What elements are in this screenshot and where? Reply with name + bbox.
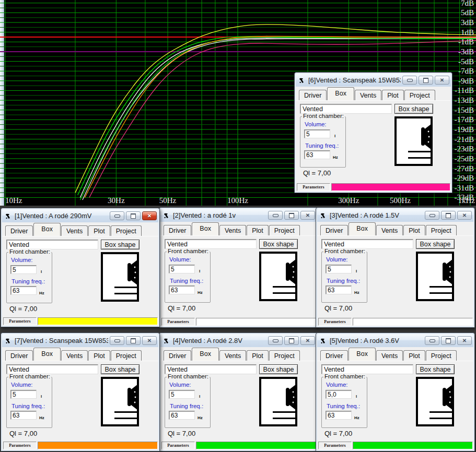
box-shape-button[interactable]: Box shape [101, 240, 140, 249]
tab-plot[interactable]: Plot [88, 350, 110, 361]
restore-button[interactable] [126, 336, 141, 345]
tab-box[interactable]: Box [192, 222, 219, 235]
restore-button[interactable] [441, 336, 456, 345]
window-titlebar[interactable]: [1]Vented : A rodé 290mV ✕ [2, 209, 158, 222]
tab-project[interactable]: Project [111, 225, 142, 236]
tuning-freq-input[interactable] [10, 286, 37, 295]
tab-vents[interactable]: Vents [376, 350, 403, 361]
close-button[interactable]: ✕ [457, 211, 472, 220]
volume-input[interactable] [169, 390, 195, 399]
box-shape-button[interactable]: Box shape [416, 364, 455, 374]
box-shape-button[interactable]: Box shape [259, 239, 298, 249]
tuning-freq-unit: Hz [198, 290, 203, 295]
tab-project[interactable]: Project [426, 225, 457, 235]
box-shape-button[interactable]: Box shape [394, 104, 433, 114]
minimize-button[interactable] [425, 336, 439, 345]
tab-vents[interactable]: Vents [219, 225, 246, 235]
box-cross-section-image [416, 377, 454, 429]
window-titlebar[interactable]: [7]Vented : Scanspeak 15W8534... ✕ [2, 334, 158, 347]
tab-driver[interactable]: Driver [320, 350, 348, 361]
box-shape-button[interactable]: Box shape [259, 364, 298, 374]
tab-driver[interactable]: Driver [164, 350, 191, 361]
tab-vents[interactable]: Vents [61, 350, 88, 361]
box-shape-button[interactable]: Box shape [416, 239, 455, 249]
volume-unit: l [356, 394, 357, 399]
minimize-button[interactable] [110, 211, 124, 220]
db-axis-label: 3dB [461, 18, 474, 27]
db-axis-label: -17dB [455, 115, 474, 124]
tab-project[interactable]: Project [426, 350, 457, 361]
tab-box[interactable]: Box [33, 348, 61, 361]
tab-box[interactable]: Box [327, 87, 354, 100]
tab-project[interactable]: Project [111, 350, 142, 361]
window-titlebar[interactable]: [4]Vented : A rodé 2.8V ✕ [160, 334, 317, 347]
box-cross-section-image [259, 377, 297, 429]
minimize-button[interactable] [425, 211, 439, 220]
tab-project[interactable]: Project [404, 90, 435, 100]
front-chamber-group: Front chamber: Volume: l Tuning freq.: H… [165, 377, 211, 428]
db-axis-label: -25dB [455, 154, 474, 163]
tab-driver[interactable]: Driver [164, 225, 191, 235]
tab-strip: Driver Box Vents Plot Project [160, 222, 317, 235]
tab-project[interactable]: Project [269, 350, 300, 361]
parameters-cell: Parameters [3, 317, 37, 325]
tab-plot[interactable]: Plot [88, 225, 110, 236]
close-button[interactable]: ✕ [142, 336, 157, 345]
close-button[interactable]: ✕ [435, 76, 449, 85]
volume-input[interactable] [304, 129, 330, 138]
tab-driver[interactable]: Driver [5, 350, 33, 361]
tab-vents[interactable]: Vents [376, 225, 403, 235]
minimize-button[interactable] [268, 211, 283, 220]
box-tab-panel: Box shape Front chamber: Volume: l Tunin… [160, 235, 317, 317]
window-titlebar[interactable]: [6]Vented : Scanspeak 15W8534... ✕ [296, 74, 451, 87]
minimize-button[interactable] [268, 336, 283, 345]
restore-button[interactable] [284, 336, 299, 345]
status-color-bar [353, 442, 473, 449]
tab-box[interactable]: Box [349, 222, 376, 235]
tab-driver[interactable]: Driver [5, 225, 33, 236]
volume-input[interactable] [169, 265, 195, 273]
volume-input[interactable] [10, 390, 37, 399]
volume-input[interactable] [326, 390, 352, 399]
tuning-freq-input[interactable] [169, 411, 195, 420]
close-button[interactable]: ✕ [300, 336, 315, 345]
close-button[interactable]: ✕ [300, 211, 315, 220]
tab-box[interactable]: Box [33, 223, 61, 236]
restore-button[interactable] [419, 76, 433, 85]
close-button[interactable]: ✕ [457, 336, 472, 345]
window-titlebar[interactable]: [2]Vented : a rodé 1v ✕ [160, 209, 317, 222]
restore-button[interactable] [126, 211, 141, 220]
box-shape-button[interactable]: Box shape [101, 364, 140, 374]
tab-driver[interactable]: Driver [299, 90, 327, 100]
restore-button[interactable] [441, 211, 456, 220]
tab-box[interactable]: Box [192, 348, 219, 361]
window-titlebar[interactable]: [5]Vented : A rodé 3.6V ✕ [317, 334, 473, 347]
tab-driver[interactable]: Driver [320, 225, 348, 235]
volume-input[interactable] [326, 265, 352, 273]
tuning-freq-input[interactable] [10, 411, 37, 420]
tab-plot[interactable]: Plot [247, 225, 269, 235]
tuning-freq-input[interactable] [304, 150, 330, 159]
tuning-freq-input[interactable] [169, 286, 195, 294]
tab-vents[interactable]: Vents [355, 90, 381, 100]
tuning-freq-input[interactable] [326, 411, 352, 420]
restore-button[interactable] [284, 211, 299, 220]
tab-plot[interactable]: Plot [247, 350, 269, 361]
tab-plot[interactable]: Plot [382, 90, 404, 100]
parameters-cell: Parameters [318, 318, 352, 326]
window-titlebar[interactable]: [3]Vented : A rodé 1.5V ✕ [317, 209, 473, 222]
volume-input[interactable] [10, 265, 37, 274]
db-axis-label: -15dB [455, 106, 474, 114]
minimize-button[interactable] [402, 76, 417, 85]
tab-strip: Driver Box Vents Plot Project [296, 87, 451, 100]
tab-project[interactable]: Project [269, 225, 300, 235]
tab-plot[interactable]: Plot [403, 225, 425, 235]
minimize-button[interactable] [110, 336, 124, 345]
close-button[interactable]: ✕ [142, 211, 157, 220]
tab-plot[interactable]: Plot [403, 350, 425, 361]
tuning-freq-input[interactable] [326, 286, 352, 294]
tab-vents[interactable]: Vents [61, 225, 88, 236]
box-tab-panel: Box shape Front chamber: Volume: l Tunin… [317, 235, 473, 317]
tab-box[interactable]: Box [349, 348, 376, 361]
tab-vents[interactable]: Vents [219, 350, 246, 361]
